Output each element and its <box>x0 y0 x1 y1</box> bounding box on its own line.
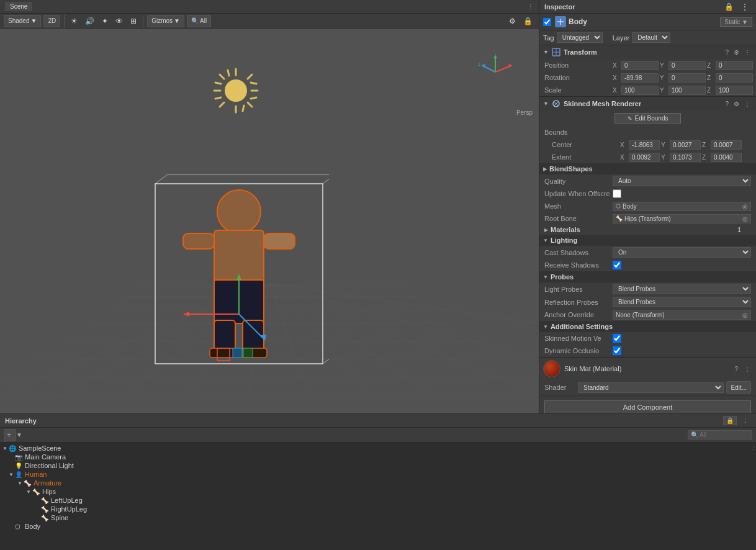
tree-item-body[interactable]: ⬡ Body <box>0 522 756 531</box>
transform-help-icon[interactable]: ? <box>723 48 731 56</box>
anchor-override-field: None (Transform) ◎ <box>613 310 751 320</box>
tree-icon-leftupleg: 🦴 <box>41 497 50 504</box>
light-toggle[interactable]: ☀ <box>68 16 80 27</box>
skinned-settings-icon[interactable]: ⚙ <box>732 100 741 108</box>
hierarchy-lock-icon[interactable]: 🔒 <box>723 416 737 425</box>
probes-section[interactable]: ▼ Probes <box>539 271 756 282</box>
gizmos-dropdown[interactable]: Gizmos ▼ <box>147 15 184 27</box>
quality-select[interactable]: Auto <box>613 176 751 186</box>
grid-toggle[interactable]: ⊞ <box>128 16 139 27</box>
hierarchy-options-icon[interactable]: ⋮ <box>739 417 751 425</box>
hierarchy-tab-label[interactable]: Hierarchy <box>5 417 37 425</box>
skinned-motion-checkbox[interactable] <box>613 334 621 343</box>
search-icon: 🔍 <box>191 17 199 24</box>
extent-y-input[interactable] <box>670 153 701 162</box>
tag-select[interactable]: Untagged <box>557 32 603 43</box>
effects-toggle[interactable]: ✦ <box>99 16 110 27</box>
shader-select[interactable]: Standard <box>578 382 724 393</box>
inspector-tab-label[interactable]: Inspector <box>544 3 575 11</box>
scene-settings-icon[interactable]: ⚙ <box>506 16 518 27</box>
scale-z-input[interactable] <box>716 86 753 95</box>
extent-x-input[interactable] <box>629 153 660 162</box>
materials-section-header[interactable]: ▶ Materials 1 <box>539 225 756 235</box>
receive-shadows-label: Receive Shadows <box>544 261 613 269</box>
transform-settings-icon[interactable]: ⚙ <box>732 48 741 56</box>
tab-scene[interactable]: Scene <box>5 2 32 11</box>
lighting-section[interactable]: ▼ Lighting <box>539 235 756 246</box>
center-x-input[interactable] <box>629 140 660 150</box>
scene-tab-bar: Scene ⋮ <box>0 0 539 14</box>
tree-item-armature[interactable]: ▼ 🦴 Armature <box>0 479 756 487</box>
scene-options-icon[interactable]: ⋮ <box>528 3 534 10</box>
tree-item-human[interactable]: ▼ 👤 Human <box>0 470 756 479</box>
rot-z-input[interactable] <box>716 73 753 83</box>
dynamic-occlusion-checkbox[interactable] <box>613 346 621 355</box>
anchor-override-select-btn[interactable]: ◎ <box>742 312 748 318</box>
shader-edit-btn[interactable]: Edit... <box>726 381 751 394</box>
scale-y-input[interactable] <box>668 86 706 95</box>
cast-shadows-select[interactable]: On <box>613 247 751 258</box>
skinned-mesh-header[interactable]: ▼ Skinned Mesh Renderer ? ⚙ ⋮ <box>539 97 756 110</box>
extent-z-input[interactable] <box>711 153 742 162</box>
mesh-select-btn[interactable]: ◎ <box>742 203 748 210</box>
hierarchy-search-input[interactable] <box>700 431 749 438</box>
pos-x-input[interactable] <box>621 61 659 70</box>
inspector-lock-icon[interactable]: 🔒 <box>722 1 736 12</box>
receive-shadows-checkbox[interactable] <box>613 261 621 269</box>
all-dropdown[interactable]: 🔍 All <box>187 15 211 27</box>
rot-y-input[interactable] <box>668 73 706 83</box>
svg-line-37 <box>495 66 511 72</box>
center-row: Center X Y Z <box>539 138 756 151</box>
update-offscreen-row: Update When Offscre <box>539 187 756 200</box>
skin-mat-help-icon[interactable]: ? <box>732 365 740 373</box>
tree-arrow-directional-light <box>9 463 15 469</box>
tree-item-rightupleg[interactable]: 🦴 RightUpLeg <box>0 505 756 513</box>
center-z-input[interactable] <box>711 140 742 150</box>
tree-arrow-armature: ▼ <box>17 480 24 486</box>
center-y-input[interactable] <box>670 140 701 150</box>
lock-icon[interactable]: 🔒 <box>521 16 535 27</box>
tree-item-spine[interactable]: 🦴 Spine <box>0 513 756 522</box>
transform-more-icon[interactable]: ⋮ <box>742 48 752 56</box>
scale-x-input[interactable] <box>621 86 659 95</box>
audio-toggle[interactable]: 🔊 <box>83 16 97 27</box>
pos-y-input[interactable] <box>668 61 706 70</box>
svg-line-31 <box>251 97 256 99</box>
static-dropdown[interactable]: Static ▼ <box>720 17 752 27</box>
update-offscreen-checkbox[interactable] <box>613 189 621 198</box>
persp-label: Persp <box>516 109 533 116</box>
transform-header[interactable]: ▼ Transform ? ⚙ ⋮ <box>539 45 756 59</box>
center-label: Center <box>552 141 620 148</box>
tree-arrow-spine <box>35 515 41 521</box>
root-bone-select-btn[interactable]: ◎ <box>742 215 748 222</box>
tag-layer-row: Tag Untagged Layer Default <box>539 30 756 45</box>
tree-item-main-camera[interactable]: 📷 Main Camera <box>0 453 756 461</box>
additional-settings-section[interactable]: ▼ Additional Settings <box>539 321 756 332</box>
blendshapes-section[interactable]: ▶ BlendShapes <box>539 163 756 174</box>
tree-arrow-main-camera <box>9 454 15 460</box>
layer-select[interactable]: Default <box>632 32 670 43</box>
tree-item-hips[interactable]: ▼ 🦴 Hips <box>0 487 756 496</box>
tree-options-samplescene[interactable]: ⋮ <box>750 445 756 451</box>
tree-item-leftupleg[interactable]: 🦴 LeftUpLeg <box>0 496 756 505</box>
2d-button[interactable]: 2D <box>43 15 60 27</box>
skinned-help-icon[interactable]: ? <box>723 100 731 108</box>
visibility-toggle[interactable]: 👁 <box>113 16 125 27</box>
light-probes-select[interactable]: Blend Probes <box>613 284 751 294</box>
reflection-probes-select[interactable]: Blend Probes <box>613 297 751 307</box>
dynamic-occlusion-label: Dynamic Occlusio <box>544 347 613 354</box>
skinned-more-icon[interactable]: ⋮ <box>742 100 752 108</box>
rot-x-input[interactable] <box>621 73 659 83</box>
hierarchy-add-btn[interactable]: + <box>4 429 16 441</box>
shading-dropdown[interactable]: Shaded ▼ <box>4 15 41 27</box>
add-component-button[interactable]: Add Component <box>544 400 751 413</box>
tree-item-directional-light[interactable]: 💡 Directional Light <box>0 461 756 470</box>
tree-arrow-leftupleg <box>35 498 41 503</box>
tree-label-hips: Hips <box>42 488 56 495</box>
tree-item-samplescene[interactable]: ▼ 🌐 SampleScene ⋮ <box>0 444 756 453</box>
inspector-more-icon[interactable]: ⋮ <box>739 1 751 12</box>
edit-bounds-button[interactable]: ✎ Edit Bounds <box>614 113 682 124</box>
obj-active-checkbox[interactable] <box>543 18 551 26</box>
pos-z-input[interactable] <box>716 61 753 70</box>
skin-mat-more-icon[interactable]: ⋮ <box>742 365 752 373</box>
